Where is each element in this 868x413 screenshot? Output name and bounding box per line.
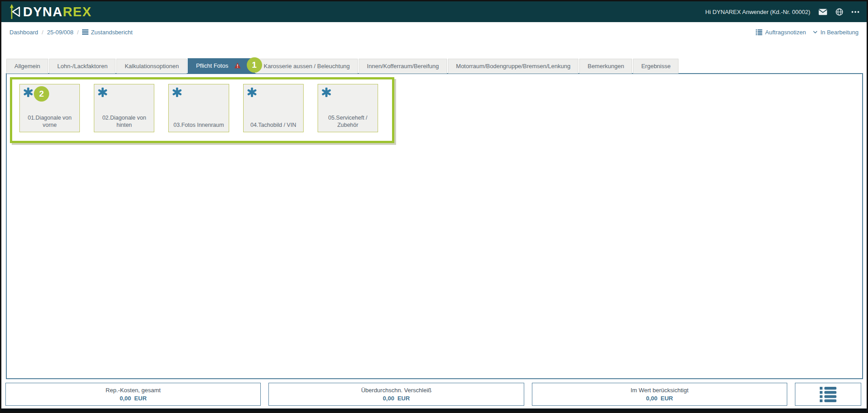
- photo-tile-diagonale-hinten[interactable]: 02.Diagonale von hinten: [94, 84, 154, 132]
- tab-bemerkungen[interactable]: Bemerkungen: [579, 59, 632, 74]
- required-asterisk-icon: [23, 88, 33, 99]
- breadcrumb: Dashboard / 25-09/008 / Zustandsbericht: [9, 29, 133, 36]
- app-window: DYNAREX Hi DYNAREX Anwender (Kd.-Nr. 000…: [0, 0, 868, 413]
- breadcrumb-zustandsbericht[interactable]: Zustandsbericht: [82, 29, 133, 36]
- photo-tile-innenraum[interactable]: 03.Fotos Innenraum: [168, 84, 229, 132]
- tab-bar: Allgemein Lohn-/Lackfaktoren Kalkulation…: [6, 59, 863, 74]
- summary-value: 0,00EUR: [646, 395, 673, 402]
- tab-error-count-badge: 1: [247, 57, 262, 73]
- tab-innen-kofferraum[interactable]: Innen/Kofferraum/Bereifung: [359, 59, 447, 74]
- breadcrumb-order-number[interactable]: 25-09/008: [47, 29, 74, 36]
- content-panel: 2 01.Diagonale von vorne 02.Diagonale vo…: [6, 73, 863, 379]
- summary-verschleiss: Überdurchschn. Verschleiß 0,00EUR: [268, 383, 524, 406]
- user-greeting: Hi DYNAREX Anwender (Kd.-Nr. 00002): [705, 9, 810, 15]
- summary-im-wert: Im Wert berücksichtigt 0,00EUR: [532, 383, 787, 406]
- required-asterisk-icon: [247, 88, 257, 99]
- tab-pflicht-fotos[interactable]: Pflicht Fotos 1: [188, 58, 254, 74]
- summary-value: 0,00EUR: [383, 395, 410, 402]
- list-icon: [756, 29, 762, 35]
- photo-tile-label: 01.Diagonale von vorne: [20, 114, 79, 132]
- tab-ergebnisse[interactable]: Ergebnisse: [633, 59, 679, 74]
- summary-value: 0,00EUR: [120, 395, 147, 402]
- summary-label: Überdurchschn. Verschleiß: [361, 387, 431, 394]
- tab-motorraum[interactable]: Motorraum/Bodengruppe/Bremsen/Lenkung: [448, 59, 579, 74]
- logo-text: DYNAREX: [23, 5, 92, 19]
- breadcrumb-separator: /: [42, 29, 44, 36]
- summary-menu-button[interactable]: [795, 383, 861, 406]
- breadcrumb-dashboard[interactable]: Dashboard: [9, 29, 38, 36]
- breadcrumb-separator: /: [77, 29, 79, 36]
- pflicht-fotos-group: 2 01.Diagonale von vorne 02.Diagonale vo…: [10, 77, 394, 143]
- tab-allgemein[interactable]: Allgemein: [6, 59, 48, 74]
- photo-count-badge: 2: [34, 86, 49, 102]
- photo-tile-label: 05.Serviceheft / Zubehör: [318, 114, 378, 132]
- summary-label: Rep.-Kosten, gesamt: [106, 387, 161, 394]
- photo-tile-label: 03.Fotos Innenraum: [169, 121, 228, 132]
- photo-tile-label: 04.Tachobild / VIN: [244, 121, 303, 132]
- photo-tile-serviceheft[interactable]: 05.Serviceheft / Zubehör: [318, 84, 378, 132]
- summary-rep-kosten: Rep.-Kosten, gesamt 0,00EUR: [5, 383, 261, 406]
- summary-bar: Rep.-Kosten, gesamt 0,00EUR Überdurchsch…: [5, 383, 861, 406]
- tab-karosserie-aussen[interactable]: Karosserie aussen / Beleuchtung: [256, 59, 358, 74]
- report-list-icon: [82, 29, 88, 35]
- photo-tile-tachobild-vin[interactable]: 04.Tachobild / VIN: [243, 84, 304, 132]
- required-asterisk-icon: [172, 88, 182, 99]
- chevron-down-icon: [813, 31, 817, 33]
- photo-tile-diagonale-vorne[interactable]: 2 01.Diagonale von vorne: [19, 84, 80, 132]
- top-header: DYNAREX Hi DYNAREX Anwender (Kd.-Nr. 000…: [1, 1, 867, 22]
- bottom-strip: [1, 408, 867, 412]
- list-icon: [820, 387, 836, 402]
- auftragsnotizen-link[interactable]: Auftragsnotizen: [756, 29, 806, 36]
- photo-tile-label: 02.Diagonale von hinten: [94, 114, 154, 132]
- summary-label: Im Wert berücksichtigt: [631, 387, 688, 394]
- required-asterisk-icon: [98, 88, 107, 99]
- tab-lohn-lackfaktoren[interactable]: Lohn-/Lackfaktoren: [49, 59, 115, 74]
- ellipsis-icon[interactable]: [851, 11, 859, 13]
- mail-icon[interactable]: [818, 9, 827, 15]
- status-dropdown[interactable]: In Bearbeitung: [813, 29, 859, 36]
- required-asterisk-icon: [322, 88, 331, 99]
- status-label: In Bearbeitung: [820, 29, 859, 36]
- logo-arrow-icon: [9, 4, 21, 20]
- warning-icon: [232, 63, 241, 70]
- globe-icon[interactable]: [836, 8, 843, 16]
- breadcrumb-row: Dashboard / 25-09/008 / Zustandsbericht: [1, 22, 867, 39]
- dynarex-logo[interactable]: DYNAREX: [9, 4, 92, 20]
- tab-kalkulationsoptionen[interactable]: Kalkulationsoptionen: [116, 59, 187, 74]
